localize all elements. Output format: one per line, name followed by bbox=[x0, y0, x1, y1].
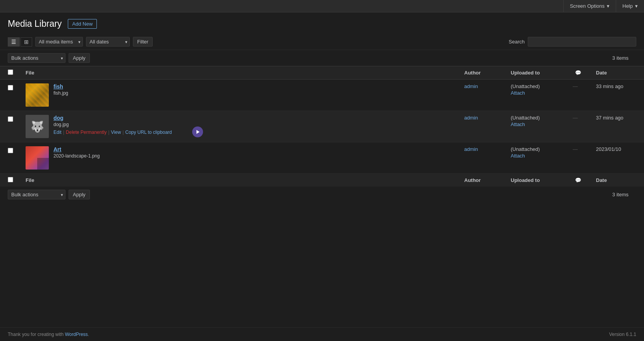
top-bar: Screen Options ▾ Help ▾ bbox=[0, 0, 644, 12]
add-new-button[interactable]: Add New bbox=[68, 19, 97, 29]
author-link-fish[interactable]: admin bbox=[464, 83, 478, 89]
edit-link-dog[interactable]: Edit bbox=[53, 130, 62, 135]
table-header-row: File Author Uploaded to 💬 Date bbox=[0, 66, 644, 80]
bulk-actions-select-top[interactable]: Bulk actions Delete Permanently bbox=[8, 53, 65, 63]
row-checkbox-dog[interactable] bbox=[8, 116, 13, 122]
filter-button[interactable]: Filter bbox=[133, 37, 153, 47]
file-actions-dog: Edit | Delete Permanently | View | Copy … bbox=[53, 130, 172, 135]
apply-button-top[interactable]: Apply bbox=[69, 53, 90, 63]
row-checkbox-cell-dog bbox=[0, 111, 19, 142]
delete-link-dog[interactable]: Delete Permanently bbox=[66, 130, 107, 135]
media-table: File Author Uploaded to 💬 Date bbox=[0, 66, 644, 187]
row-comment-cell-fish: — bbox=[567, 80, 590, 111]
date-filter-select[interactable]: All dates January 2023 bbox=[86, 37, 130, 47]
table-row: 🐺 dog dog.jpg Edit | Delete Permanently … bbox=[0, 111, 644, 142]
row-author-cell-art: admin bbox=[458, 142, 505, 174]
page-title: Media Library bbox=[8, 19, 62, 29]
cursor-arrow bbox=[196, 130, 200, 134]
search-input[interactable] bbox=[528, 37, 636, 47]
date-filter-wrapper: All dates January 2023 bbox=[86, 37, 130, 47]
screen-options-button[interactable]: Screen Options ▾ bbox=[563, 0, 616, 12]
row-comment-cell-art: — bbox=[567, 142, 590, 174]
file-name-dog[interactable]: dog bbox=[53, 115, 172, 121]
copy-url-link-dog[interactable]: Copy URL to clipboard bbox=[125, 130, 172, 135]
items-count-bottom: 3 items bbox=[612, 192, 636, 197]
select-all-checkbox[interactable] bbox=[8, 69, 13, 75]
header-checkbox-cell bbox=[0, 66, 19, 80]
footer-comment-icon: 💬 bbox=[575, 177, 581, 183]
bulk-actions-wrapper-top: Bulk actions Delete Permanently bbox=[8, 53, 65, 63]
comment-dash-dog: — bbox=[573, 115, 578, 121]
thumbnail-fish bbox=[26, 83, 49, 107]
dog-emoji: 🐺 bbox=[26, 115, 49, 138]
row-file-cell-fish: fish fish.jpg bbox=[19, 80, 458, 111]
list-view-button[interactable]: ☰ bbox=[8, 37, 20, 47]
header-date: Date bbox=[590, 66, 644, 80]
attach-link-fish[interactable]: Attach bbox=[511, 90, 560, 96]
view-link-dog[interactable]: View bbox=[111, 130, 121, 135]
bulk-bar-top: Bulk actions Delete Permanently Apply 3 … bbox=[0, 50, 644, 66]
file-info-dog: dog dog.jpg Edit | Delete Permanently | … bbox=[53, 115, 172, 135]
sep1-dog: | bbox=[63, 130, 64, 135]
cursor-indicator bbox=[192, 126, 203, 137]
file-name-fish[interactable]: fish bbox=[53, 83, 68, 90]
sep3-dog: | bbox=[122, 130, 124, 135]
footer-author: Author bbox=[458, 174, 505, 187]
row-checkbox-art[interactable] bbox=[8, 148, 13, 153]
row-checkbox-cell-art bbox=[0, 142, 19, 174]
row-checkbox-fish[interactable] bbox=[8, 85, 13, 90]
unattached-label-dog: (Unattached) bbox=[511, 115, 540, 121]
unattached-label-fish: (Unattached) bbox=[511, 83, 540, 89]
media-filter-select[interactable]: All media items Images Audio Video Docum… bbox=[35, 37, 83, 47]
row-author-cell-fish: admin bbox=[458, 80, 505, 111]
comment-dash-fish: — bbox=[573, 83, 578, 89]
version-label: Version 6.1.1 bbox=[609, 332, 636, 337]
help-button[interactable]: Help ▾ bbox=[616, 0, 644, 12]
toolbar: ☰ ⊞ All media items Images Audio Video D… bbox=[0, 34, 644, 50]
row-uploaded-cell-art: (Unattached) Attach bbox=[505, 142, 567, 174]
file-filename-art: 2020-landscape-1.png bbox=[53, 153, 100, 159]
footer-text: Thank you for creating with WordPress. bbox=[8, 332, 89, 337]
header-uploaded-to: Uploaded to bbox=[505, 66, 567, 80]
items-count-top: 3 items bbox=[612, 55, 636, 61]
search-label: Search bbox=[509, 39, 525, 45]
header-comment: 💬 bbox=[567, 66, 590, 80]
row-date-cell-art: 2023/01/10 bbox=[590, 142, 644, 174]
header-author: Author bbox=[458, 66, 505, 80]
file-filename-dog: dog.jpg bbox=[53, 122, 172, 127]
row-date-cell-fish: 33 mins ago bbox=[590, 80, 644, 111]
footer-uploaded-to: Uploaded to bbox=[505, 174, 567, 187]
table-row: fish fish.jpg admin (Unattached) Attach … bbox=[0, 80, 644, 111]
row-uploaded-cell-fish: (Unattached) Attach bbox=[505, 80, 567, 111]
header-file: File bbox=[19, 66, 458, 80]
attach-link-art[interactable]: Attach bbox=[511, 153, 560, 159]
comment-dash-art: — bbox=[573, 146, 578, 152]
select-all-footer-checkbox[interactable] bbox=[8, 177, 13, 182]
row-uploaded-cell-dog: (Unattached) Attach bbox=[505, 111, 567, 142]
thumbnail-art bbox=[26, 146, 49, 170]
apply-button-bottom[interactable]: Apply bbox=[69, 190, 90, 199]
help-chevron: ▾ bbox=[635, 3, 638, 9]
thumbnail-dog: 🐺 bbox=[26, 115, 49, 138]
author-link-dog[interactable]: admin bbox=[464, 115, 478, 121]
bulk-actions-select-bottom[interactable]: Bulk actions Delete Permanently bbox=[8, 190, 65, 199]
file-info-fish: fish fish.jpg bbox=[53, 83, 68, 96]
wordpress-link[interactable]: WordPress bbox=[65, 332, 88, 337]
row-checkbox-cell-fish bbox=[0, 80, 19, 111]
grid-view-button[interactable]: ⊞ bbox=[21, 37, 32, 47]
footer-date: Date bbox=[590, 174, 644, 187]
sep2-dog: | bbox=[108, 130, 109, 135]
page-header: Media Library Add New bbox=[0, 12, 644, 34]
search-area: Search bbox=[509, 37, 636, 47]
view-toggle: ☰ ⊞ bbox=[8, 37, 32, 47]
file-name-art[interactable]: Art bbox=[53, 146, 100, 152]
row-file-cell-art: Art 2020-landscape-1.png bbox=[19, 142, 458, 174]
attach-link-dog[interactable]: Attach bbox=[511, 121, 560, 127]
screen-options-label: Screen Options bbox=[570, 3, 605, 9]
media-table-wrapper: File Author Uploaded to 💬 Date bbox=[0, 66, 644, 187]
author-link-art[interactable]: admin bbox=[464, 146, 478, 152]
table-footer-row: File Author Uploaded to 💬 Date bbox=[0, 174, 644, 187]
page-footer: Thank you for creating with WordPress. V… bbox=[0, 327, 644, 341]
row-date-cell-dog: 37 mins ago bbox=[590, 111, 644, 142]
unattached-label-art: (Unattached) bbox=[511, 146, 540, 152]
